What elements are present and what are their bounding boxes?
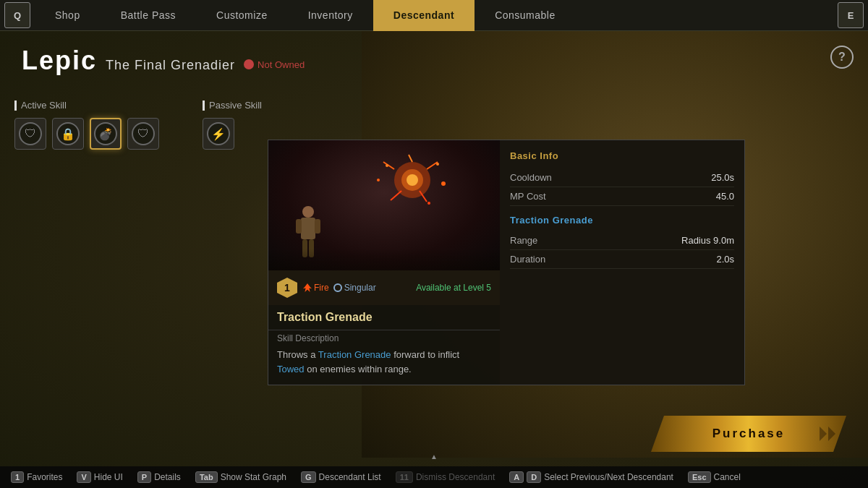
singular-tag-label: Singular [344, 283, 376, 293]
navbar: Q Shop Battle Pass Customize Inventory D… [0, 0, 868, 31]
skill-info-bar: 1 Fire Singular Available at Level 5 [268, 270, 500, 305]
bottom-key-hideui: V Hide UI [77, 471, 122, 483]
passive-skill-group: Passive Skill ⚡ [203, 100, 262, 150]
skill-icon-4-inner: 🛡 [132, 122, 155, 145]
skill-icon-3-inner: 💣 [94, 122, 117, 145]
skill-number: 1 [277, 278, 297, 298]
duration-label: Duration [510, 254, 545, 265]
explosion-svg [365, 151, 459, 231]
character-header: Lepic The Final Grenadier Not Owned [22, 46, 305, 76]
range-value: Radius 9.0m [681, 235, 734, 246]
svg-rect-14 [301, 218, 315, 239]
skill-icon-2[interactable]: 🔒 [52, 118, 84, 150]
svg-point-11 [377, 179, 380, 181]
svg-point-12 [427, 202, 430, 205]
skill-description-text: Throws a Traction Grenade forward to inf… [277, 348, 491, 376]
stat-row-duration: Duration 2.0s [510, 250, 734, 269]
key-dismiss-label: Dismiss Descendant [416, 472, 495, 482]
skill-description-label: Skill Description [277, 333, 491, 343]
key-details-badge: P [137, 471, 151, 483]
skill-description-area: Skill Description Throws a Traction Gren… [268, 330, 500, 385]
desc-link-2: Towed [277, 364, 305, 374]
active-skill-label: Active Skill [14, 100, 159, 111]
page-content: Lepic The Final Grenadier Not Owned ? Ac… [0, 31, 868, 488]
desc-link-1: Traction Grenade [318, 349, 391, 360]
svg-line-7 [391, 191, 401, 200]
skill-name-large: Traction Grenade [268, 305, 500, 327]
basic-info-title: Basic Info [510, 150, 734, 161]
fire-icon [303, 283, 312, 292]
character-status: Not Owned [244, 59, 305, 70]
key-statgraph-badge: Tab [195, 471, 218, 483]
skill-icon-4[interactable]: 🛡 [127, 118, 159, 150]
help-button[interactable]: ? [830, 46, 854, 69]
character-name: Lepic [22, 46, 97, 76]
passive-skill-label: Passive Skill [203, 100, 262, 111]
nav-item-inventory[interactable]: Inventory [288, 0, 373, 31]
nav-item-battle-pass[interactable]: Battle Pass [101, 0, 196, 31]
bottom-key-dismiss: 11 Dismiss Descendant [396, 471, 495, 483]
svg-line-5 [383, 162, 394, 169]
stat-row-cooldown: Cooldown 25.0s [510, 168, 734, 187]
skill-tags: Fire Singular [303, 283, 410, 293]
purchase-wrapper: Purchase [651, 416, 846, 452]
svg-point-8 [386, 164, 388, 167]
svg-point-10 [441, 181, 446, 186]
skill-icon-2-inner: 🔒 [56, 122, 80, 145]
key-statgraph-label: Show Stat Graph [221, 472, 286, 482]
key-favorites-badge: 1 [11, 471, 24, 483]
stat-row-mp: MP Cost 45.0 [510, 187, 734, 206]
bottom-key-descendantlist: G Descendant List [301, 471, 381, 483]
skill-icon-1[interactable]: 🛡 [14, 118, 46, 150]
skill-popup-left: 1 Fire Singular Available at Level 5 Tra… [268, 140, 500, 385]
bottom-key-favorites: 1 Favorites [11, 471, 62, 483]
skill-icon-3[interactable]: 💣 [90, 118, 122, 150]
key-favorites-label: Favorites [27, 472, 62, 482]
skill-available-text: Available at Level 5 [416, 283, 491, 293]
svg-line-4 [427, 162, 438, 169]
skills-area: Active Skill 🛡 🔒 💣 🛡 Passive Skill [14, 100, 262, 150]
svg-rect-15 [296, 219, 302, 234]
left-key-badge: Q [4, 2, 30, 28]
svg-point-9 [436, 163, 439, 166]
character-subtitle: The Final Grenadier [106, 58, 235, 73]
svg-point-13 [302, 206, 314, 218]
scroll-indicator: ▲ [430, 453, 438, 461]
status-dot-icon [244, 59, 254, 69]
nav-item-consumable[interactable]: Consumable [475, 0, 576, 31]
key-prevnext-badge: A [509, 471, 524, 483]
desc-text-4: on enemies within range. [307, 364, 412, 374]
passive-skill-icons: ⚡ [203, 118, 262, 150]
bottom-key-details: P Details [137, 471, 181, 483]
purchase-arrow-2 [828, 427, 835, 441]
key-prevnext-badge-2: D [527, 471, 541, 483]
key-hideui-badge: V [77, 471, 90, 483]
active-skill-group: Active Skill 🛡 🔒 💣 🛡 [14, 100, 159, 150]
range-label: Range [510, 235, 537, 246]
cooldown-label: Cooldown [510, 172, 552, 183]
cooldown-value: 25.0s [711, 172, 734, 183]
nav-item-descendant[interactable]: Descendant [373, 0, 475, 31]
skill-popup: 1 Fire Singular Available at Level 5 Tra… [268, 140, 745, 385]
passive-skill-icon-1[interactable]: ⚡ [203, 118, 234, 150]
nav-item-customize[interactable]: Customize [196, 0, 288, 31]
purchase-arrow-1 [820, 427, 827, 441]
skill-icon-1-inner: 🛡 [19, 122, 42, 145]
key-descendantlist-label: Descendant List [319, 472, 381, 482]
active-skill-icons: 🛡 🔒 💣 🛡 [14, 118, 159, 150]
svg-rect-16 [315, 219, 320, 234]
key-prevnext-label: Select Previous/Next Descendant [544, 472, 673, 482]
bottom-key-prevnext: A D Select Previous/Next Descendant [509, 471, 673, 483]
purchase-button[interactable]: Purchase [651, 416, 846, 452]
key-cancel-badge: Esc [688, 471, 711, 483]
stat-row-range: Range Radius 9.0m [510, 231, 734, 250]
skill-popup-right: Basic Info Cooldown 25.0s MP Cost 45.0 T… [500, 140, 744, 385]
svg-line-3 [409, 155, 412, 162]
nav-item-shop[interactable]: Shop [35, 0, 101, 31]
desc-text-1: Throws a [277, 349, 315, 360]
key-hideui-label: Hide UI [94, 472, 123, 482]
key-descendantlist-badge: G [301, 471, 316, 483]
status-text: Not Owned [258, 59, 305, 70]
purchase-arrows [820, 427, 835, 441]
passive-skill-icon-1-inner: ⚡ [207, 122, 230, 145]
